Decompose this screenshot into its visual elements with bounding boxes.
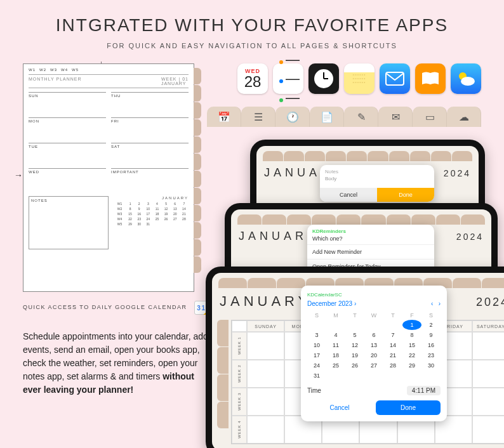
ipad-datepicker: JANUARY MONTHLY REVIEW 2024 SUNDAYMONDAY… <box>206 267 504 448</box>
month-side-tabs <box>217 320 229 428</box>
time-label: Time <box>307 387 321 394</box>
headline: INTGRATED WITH YOUR FAVORITE APPS <box>0 0 504 36</box>
notes-done-button[interactable]: Done <box>377 188 434 202</box>
reminders-question: Which one? <box>307 235 434 244</box>
datepicker-done-button[interactable]: Done <box>376 400 441 415</box>
notes-popover-title: Notes <box>320 165 434 175</box>
app-icon-row: WED 28 ― ― ― <box>237 63 481 94</box>
tab-list-icon[interactable]: ☰ <box>241 107 275 127</box>
week-tabs: W1W2W3W4W5 <box>29 68 189 72</box>
notes-popover-body: Body <box>320 175 434 188</box>
tab-mail-icon[interactable]: ✉ <box>378 107 413 127</box>
time-value[interactable]: 4:11 PM <box>407 386 441 395</box>
weather-app-icon[interactable] <box>451 63 481 94</box>
tab-edit-icon[interactable]: ✎ <box>344 107 378 127</box>
subheadline: FOR QUICK AND EASY NAVIGATION TO ALL PAG… <box>0 42 504 49</box>
books-app-icon[interactable] <box>415 63 446 94</box>
shortcut-tab-strip: 📅 ☰ 🕐 📄 ✎ ✉ ▭ ☁ <box>207 107 481 127</box>
calendar-app-icon[interactable]: WED 28 <box>237 63 268 94</box>
notes-app-icon[interactable] <box>344 63 375 94</box>
body-copy: Schedule appointments into your calendar… <box>23 330 213 397</box>
datepicker-app-label: KDCalendarSC <box>307 292 441 298</box>
planner-label: MONTHLY PLANNER <box>29 77 82 86</box>
day-grid: SUN THU MON FRI TUE SAT WED IMPORTANT <box>29 92 189 192</box>
svg-point-8 <box>461 77 475 86</box>
notes-cancel-button[interactable]: Cancel <box>320 188 377 202</box>
planner-side-tabs <box>194 68 201 273</box>
tab-clock-icon[interactable]: 🕐 <box>275 107 310 127</box>
planner-page: W1W2W3W4W5 MONTHLY PLANNER WEEK | 01JANU… <box>23 63 194 292</box>
tab-book-icon[interactable]: ▭ <box>413 107 447 127</box>
reminders-app-icon[interactable]: ― ― ― <box>273 63 303 94</box>
datepicker-prev-icon[interactable]: ‹ <box>431 300 433 307</box>
datepicker-cancel-button[interactable]: Cancel <box>307 400 372 415</box>
gcal-caption: QUICK ACCESS TO DAILY GOOGLE CALENDAR 31 <box>23 301 213 315</box>
svg-rect-6 <box>386 72 404 85</box>
clock-app-icon[interactable] <box>308 63 339 94</box>
datepicker-month-label: December 2023 › <box>307 300 356 307</box>
datepicker-next-icon[interactable]: › <box>439 300 441 307</box>
notes-popover: Notes Body Cancel Done <box>320 165 434 202</box>
mail-app-icon[interactable] <box>380 63 410 94</box>
mini-calendar: JANUARY W11234567 W2891011121314 W315161… <box>114 196 189 249</box>
datepicker-popover: KDCalendarSC December 2023 › ‹ › SMTWTFS… <box>301 286 447 421</box>
tab-weather-icon[interactable]: ☁ <box>447 107 481 127</box>
tab-note-icon[interactable]: 📄 <box>310 107 344 127</box>
tab-calendar-icon[interactable]: 📅 <box>207 107 241 127</box>
reminders-app-label: KDReminders <box>307 225 434 235</box>
reminders-opt-add[interactable]: Add New Reminder <box>307 244 434 259</box>
notes-box: NOTES <box>29 196 109 249</box>
datepicker-grid[interactable]: SMTWTFS 12 3456789 10111213141516 171819… <box>307 311 441 381</box>
arrow-right-icon: → <box>14 170 23 180</box>
left-column: ↓ → W1W2W3W4W5 MONTHLY PLANNER WEEK | 01… <box>23 63 213 397</box>
